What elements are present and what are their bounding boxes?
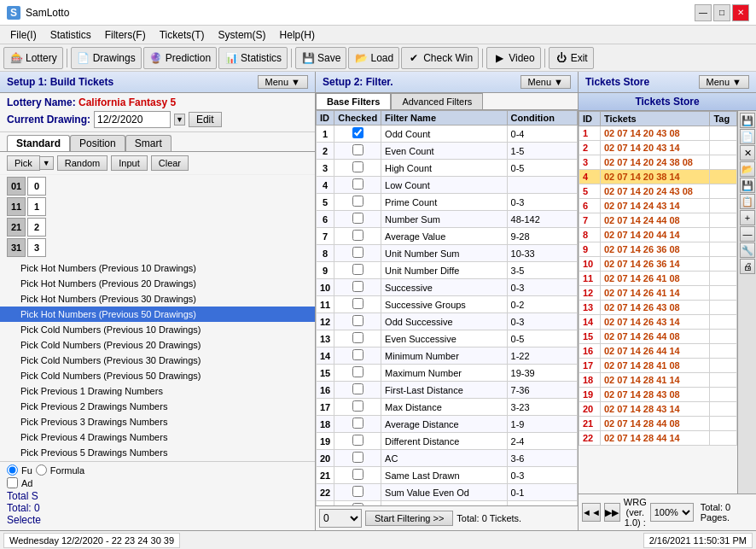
nav-next-button[interactable]: ▶▶ bbox=[604, 503, 620, 522]
list-item-11[interactable]: Pick Previous 4 Drawings Numbers bbox=[0, 429, 315, 445]
ticket-row-2[interactable]: 2 02 07 14 20 43 14 bbox=[579, 141, 737, 155]
minimize-button[interactable]: — bbox=[695, 4, 712, 21]
list-item-4[interactable]: Pick Cold Numbers (Previous 10 Drawings) bbox=[0, 322, 315, 337]
right-panel-menu-button[interactable]: Menu ▼ bbox=[699, 75, 749, 89]
pick-arrow-button[interactable]: ▼ bbox=[40, 156, 54, 170]
filter-checkbox[interactable] bbox=[352, 383, 363, 394]
add-checkbox[interactable] bbox=[7, 477, 18, 488]
list-item-3[interactable]: Pick Hot Numbers (Previous 50 Drawings) bbox=[0, 307, 315, 322]
filter-checkbox-cell[interactable] bbox=[334, 160, 381, 177]
filter-checkbox[interactable] bbox=[352, 298, 363, 309]
filter-checkbox-cell[interactable] bbox=[334, 296, 381, 313]
filter-checkbox-cell[interactable] bbox=[334, 467, 381, 484]
filter-checkbox[interactable] bbox=[352, 161, 363, 172]
toolbar-lottery[interactable]: 🎰 Lottery bbox=[3, 47, 63, 69]
list-item-1[interactable]: Pick Hot Numbers (Previous 20 Drawings) bbox=[0, 276, 315, 291]
filter-checkbox-cell[interactable] bbox=[334, 433, 381, 450]
ticket-row-21[interactable]: 21 02 07 14 28 44 08 bbox=[579, 417, 737, 431]
ticket-row-9[interactable]: 9 02 07 14 26 36 08 bbox=[579, 242, 737, 257]
start-filter-button[interactable]: Start Filtering >> bbox=[365, 511, 453, 526]
toolbar-exit[interactable]: ⏻ Exit bbox=[549, 47, 594, 69]
list-item-0[interactable]: Pick Hot Numbers (Previous 10 Drawings) bbox=[0, 260, 315, 276]
menu-filters[interactable]: Filters(F) bbox=[98, 27, 153, 43]
list-item-6[interactable]: Pick Cold Numbers (Previous 30 Drawings) bbox=[0, 353, 315, 368]
tab-smart[interactable]: Smart bbox=[125, 135, 172, 151]
left-panel-menu-button[interactable]: Menu ▼ bbox=[258, 75, 308, 89]
clear-button[interactable]: Clear bbox=[151, 155, 189, 171]
ticket-row-1[interactable]: 1 02 07 14 20 43 08 bbox=[579, 126, 737, 141]
filter-checkbox[interactable] bbox=[352, 366, 363, 377]
filter-checkbox-cell[interactable] bbox=[334, 228, 381, 245]
filter-checkbox-cell[interactable] bbox=[334, 194, 381, 211]
filter-checkbox[interactable] bbox=[352, 315, 363, 326]
side-save2-btn[interactable]: 💾 bbox=[740, 178, 755, 193]
ticket-row-15[interactable]: 15 02 07 14 26 44 08 bbox=[579, 330, 737, 344]
filter-checkbox-cell[interactable] bbox=[334, 416, 381, 433]
filter-checkbox[interactable] bbox=[352, 332, 363, 343]
side-doc-btn[interactable]: 📄 bbox=[740, 129, 755, 144]
menu-tickets[interactable]: Tickets(T) bbox=[153, 27, 212, 43]
filter-select[interactable]: 0 bbox=[319, 509, 362, 528]
ticket-row-16[interactable]: 16 02 07 14 26 44 14 bbox=[579, 344, 737, 359]
toolbar-load[interactable]: 📂 Load bbox=[348, 47, 399, 69]
filter-checkbox-cell[interactable] bbox=[334, 211, 381, 228]
random-button[interactable]: Random bbox=[57, 155, 108, 171]
filter-checkbox[interactable] bbox=[352, 435, 363, 446]
drawing-date-input[interactable] bbox=[94, 111, 171, 128]
toolbar-video[interactable]: ▶ Video bbox=[486, 47, 540, 69]
filter-checkbox[interactable] bbox=[352, 452, 363, 463]
filter-checkbox-cell[interactable] bbox=[334, 450, 381, 467]
filter-checkbox-cell[interactable] bbox=[334, 365, 381, 382]
pick-button[interactable]: Pick bbox=[7, 155, 40, 171]
mid-panel-menu-button[interactable]: Menu ▼ bbox=[520, 75, 571, 89]
list-item-8[interactable]: Pick Previous 1 Drawing Numbers bbox=[0, 383, 315, 399]
zoom-select[interactable]: 100% bbox=[650, 503, 694, 522]
side-settings-btn[interactable]: 🔧 bbox=[740, 242, 755, 258]
toolbar-save[interactable]: 💾 Save bbox=[295, 47, 346, 69]
tab-position[interactable]: Position bbox=[70, 135, 125, 151]
close-button[interactable]: ✕ bbox=[732, 4, 749, 21]
toolbar-prediction[interactable]: 🔮 Prediction bbox=[143, 47, 217, 69]
list-item-5[interactable]: Pick Cold Numbers (Previous 20 Drawings) bbox=[0, 337, 315, 353]
num-val-1[interactable]: 1 bbox=[27, 197, 46, 216]
ticket-row-14[interactable]: 14 02 07 14 26 43 14 bbox=[579, 315, 737, 330]
input-button[interactable]: Input bbox=[111, 155, 147, 171]
num-val-0[interactable]: 0 bbox=[27, 177, 46, 196]
ticket-row-20[interactable]: 20 02 07 14 28 43 14 bbox=[579, 402, 737, 417]
filter-checkbox-cell[interactable] bbox=[334, 143, 381, 160]
filter-checkbox-cell[interactable] bbox=[334, 177, 381, 194]
menu-file[interactable]: File(I) bbox=[3, 27, 44, 43]
filter-checkbox[interactable] bbox=[352, 264, 363, 275]
filter-checkbox-cell[interactable] bbox=[334, 399, 381, 416]
list-item-10[interactable]: Pick Previous 3 Drawings Numbers bbox=[0, 414, 315, 429]
ticket-row-12[interactable]: 12 02 07 14 26 41 14 bbox=[579, 286, 737, 301]
filter-checkbox-cell[interactable] bbox=[334, 279, 381, 296]
filter-checkbox[interactable] bbox=[352, 486, 363, 497]
toolbar-statistics[interactable]: 📊 Statistics bbox=[218, 47, 288, 69]
tab-base-filters[interactable]: Base Filters bbox=[316, 93, 391, 109]
filter-checkbox[interactable] bbox=[352, 349, 363, 360]
tab-standard[interactable]: Standard bbox=[7, 135, 70, 151]
filter-checkbox-cell[interactable] bbox=[334, 348, 381, 365]
side-remove-btn[interactable]: — bbox=[740, 226, 755, 242]
list-item-2[interactable]: Pick Hot Numbers (Previous 30 Drawings) bbox=[0, 291, 315, 307]
drawing-dropdown-arrow[interactable]: ▼ bbox=[174, 114, 185, 126]
filter-checkbox-cell[interactable] bbox=[334, 382, 381, 399]
ticket-row-13[interactable]: 13 02 07 14 26 43 08 bbox=[579, 301, 737, 315]
list-item-9[interactable]: Pick Previous 2 Drawings Numbers bbox=[0, 399, 315, 414]
side-close-btn[interactable]: ✕ bbox=[740, 145, 755, 161]
ticket-row-17[interactable]: 17 02 07 14 28 41 08 bbox=[579, 359, 737, 373]
side-load-btn[interactable]: 📂 bbox=[740, 161, 755, 177]
ticket-row-4[interactable]: 4 02 07 14 20 38 14 bbox=[579, 170, 737, 184]
ticket-row-11[interactable]: 11 02 07 14 26 41 08 bbox=[579, 272, 737, 286]
filter-checkbox[interactable] bbox=[352, 127, 363, 138]
ticket-row-3[interactable]: 3 02 07 14 20 24 38 08 bbox=[579, 155, 737, 170]
ticket-row-8[interactable]: 8 02 07 14 20 44 14 bbox=[579, 228, 737, 242]
tab-advanced-filters[interactable]: Advanced Filters bbox=[391, 93, 483, 109]
ticket-row-19[interactable]: 19 02 07 14 28 43 08 bbox=[579, 388, 737, 402]
side-add-btn[interactable]: + bbox=[740, 210, 755, 225]
toolbar-drawings[interactable]: 📄 Drawings bbox=[71, 47, 142, 69]
menu-system[interactable]: System(S) bbox=[212, 27, 273, 43]
filter-checkbox[interactable] bbox=[352, 178, 363, 190]
filter-checkbox[interactable] bbox=[352, 247, 363, 258]
